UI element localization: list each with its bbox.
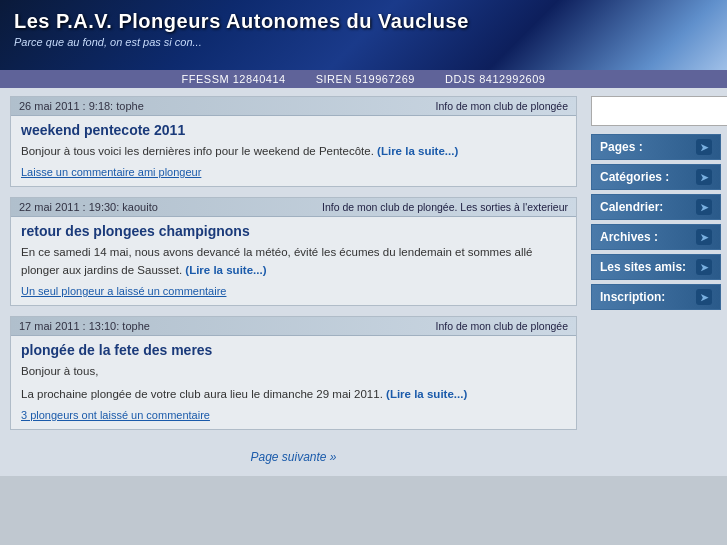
article-1-comment[interactable]: Laisse un commentaire ami plongeur: [21, 166, 566, 178]
next-page-link[interactable]: Page suivante »: [250, 450, 336, 464]
article-1-text: Bonjour à tous voici les dernières info …: [21, 143, 566, 160]
search-input[interactable]: [591, 96, 727, 126]
article-1-body: weekend pentecote 2011 Bonjour à tous vo…: [11, 116, 576, 186]
article-3-text-1: Bonjour à tous,: [21, 363, 566, 380]
chevron-down-icon: ➤: [696, 199, 712, 215]
article-2-category: Info de mon club de plongée. Les sorties…: [322, 201, 568, 213]
article-1-date: 26 mai 2011 : 9:18: tophe: [19, 100, 144, 112]
chevron-down-icon: ➤: [696, 289, 712, 305]
article-1: 26 mai 2011 : 9:18: tophe Info de mon cl…: [10, 96, 577, 187]
sidebar-item-pages[interactable]: Pages : ➤: [591, 134, 721, 160]
article-3-text-2: La prochaine plongée de votre club aura …: [21, 386, 566, 403]
article-2-read-more[interactable]: (Lire la suite...): [185, 264, 266, 276]
article-1-meta: 26 mai 2011 : 9:18: tophe Info de mon cl…: [11, 97, 576, 116]
header: Les P.A.V. Plongeurs Autonomes du Vauclu…: [0, 0, 727, 70]
chevron-down-icon: ➤: [696, 259, 712, 275]
header-info: FFESSM 12840414 SIREN 519967269 DDJS 841…: [0, 70, 727, 88]
ffessm-info: FFESSM 12840414: [182, 73, 286, 85]
sidebar-item-categories[interactable]: Catégories : ➤: [591, 164, 721, 190]
article-3-category: Info de mon club de plongée: [435, 320, 568, 332]
chevron-down-icon: ➤: [696, 169, 712, 185]
article-3-date: 17 mai 2011 : 13:10: tophe: [19, 320, 150, 332]
sidebar-item-friends[interactable]: Les sites amis: ➤: [591, 254, 721, 280]
chevron-down-icon: ➤: [696, 229, 712, 245]
article-2-date: 22 mai 2011 : 19:30: kaouito: [19, 201, 158, 213]
sidebar: Plouf ? Pages : ➤ Catégories : ➤ Calendr…: [585, 88, 727, 476]
tagline: Parce que au fond, on est pas si con...: [14, 36, 713, 48]
sidebar-archives-label: Archives :: [600, 230, 658, 244]
sidebar-item-inscription[interactable]: Inscription: ➤: [591, 284, 721, 310]
article-3-body: plongée de la fete des meres Bonjour à t…: [11, 336, 576, 430]
sidebar-categories-label: Catégories :: [600, 170, 669, 184]
site-title: Les P.A.V. Plongeurs Autonomes du Vauclu…: [14, 10, 713, 33]
article-2: 22 mai 2011 : 19:30: kaouito Info de mon…: [10, 197, 577, 306]
search-box: Plouf ?: [591, 96, 721, 126]
article-2-meta: 22 mai 2011 : 19:30: kaouito Info de mon…: [11, 198, 576, 217]
article-3: 17 mai 2011 : 13:10: tophe Info de mon c…: [10, 316, 577, 431]
sidebar-item-calendar[interactable]: Calendrier: ➤: [591, 194, 721, 220]
pagination: Page suivante »: [10, 440, 577, 468]
sidebar-friends-label: Les sites amis:: [600, 260, 686, 274]
chevron-down-icon: ➤: [696, 139, 712, 155]
article-2-body: retour des plongees champignons En ce sa…: [11, 217, 576, 305]
siren-info: SIREN 519967269: [316, 73, 415, 85]
article-2-comment[interactable]: Un seul plongeur a laissé un commentaire: [21, 285, 566, 297]
article-3-read-more[interactable]: (Lire la suite...): [386, 388, 467, 400]
article-2-text: En ce samedi 14 mai, nous avons devancé …: [21, 244, 566, 279]
sidebar-item-archives[interactable]: Archives : ➤: [591, 224, 721, 250]
article-1-category: Info de mon club de plongée: [435, 100, 568, 112]
ddjs-info: DDJS 8412992609: [445, 73, 545, 85]
sidebar-calendar-label: Calendrier:: [600, 200, 663, 214]
article-3-comment[interactable]: 3 plongeurs ont laissé un commentaire: [21, 409, 566, 421]
article-2-title[interactable]: retour des plongees champignons: [21, 223, 566, 239]
article-1-read-more[interactable]: (Lire la suite...): [377, 145, 458, 157]
sidebar-inscription-label: Inscription:: [600, 290, 665, 304]
article-1-title[interactable]: weekend pentecote 2011: [21, 122, 566, 138]
article-3-meta: 17 mai 2011 : 13:10: tophe Info de mon c…: [11, 317, 576, 336]
sidebar-pages-label: Pages :: [600, 140, 643, 154]
article-3-title[interactable]: plongée de la fete des meres: [21, 342, 566, 358]
main-content: 26 mai 2011 : 9:18: tophe Info de mon cl…: [0, 88, 585, 476]
